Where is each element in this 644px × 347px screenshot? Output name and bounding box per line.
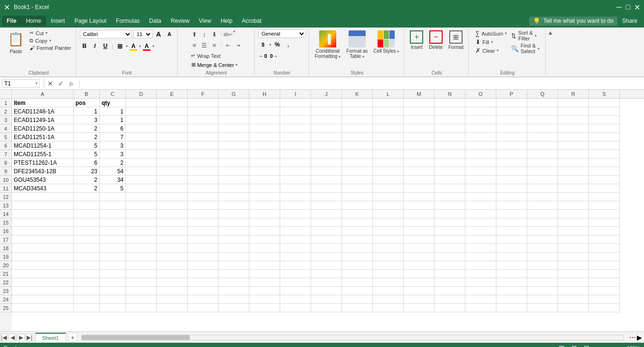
autosum-button[interactable]: ∑ AutoSum ▾ (474, 29, 509, 38)
cell-E21[interactable] (157, 270, 188, 278)
cell-H4[interactable] (249, 124, 280, 133)
cell-Q1[interactable] (527, 99, 558, 107)
cell-C18[interactable] (100, 244, 126, 253)
cell-Q24[interactable] (527, 295, 558, 304)
cell-F13[interactable] (188, 201, 218, 210)
cell-R8[interactable] (558, 159, 589, 167)
cell-I11[interactable] (280, 184, 311, 193)
row-header-2[interactable]: 2 (0, 107, 12, 116)
cell-R10[interactable] (558, 176, 589, 184)
cell-D3[interactable] (126, 116, 157, 124)
find-dropdown[interactable]: ▾ (538, 47, 540, 51)
cell-J11[interactable] (311, 184, 342, 193)
cell-P10[interactable] (496, 176, 527, 184)
cell-J23[interactable] (311, 287, 342, 295)
cell-S15[interactable] (589, 218, 620, 227)
cell-S18[interactable] (589, 244, 620, 253)
cell-G4[interactable] (218, 124, 249, 133)
cell-K19[interactable] (342, 253, 373, 261)
cell-M8[interactable] (404, 159, 435, 167)
cell-B9[interactable]: 23 (74, 167, 100, 176)
col-header-O[interactable]: O (465, 90, 496, 98)
cell-A9[interactable]: DFE234543-12B (12, 167, 74, 176)
row-header-14[interactable]: 14 (0, 210, 12, 218)
cell-R20[interactable] (558, 261, 589, 270)
cell-N6[interactable] (435, 141, 465, 150)
cell-L14[interactable] (373, 210, 404, 218)
col-header-I[interactable]: I (280, 90, 311, 98)
cell-A3[interactable]: ECAD11249-1A (12, 116, 74, 124)
cell-Q5[interactable] (527, 133, 558, 141)
cell-N25[interactable] (435, 304, 465, 312)
cell-I13[interactable] (280, 201, 311, 210)
cell-H1[interactable] (249, 99, 280, 107)
cell-P13[interactable] (496, 201, 527, 210)
cell-H5[interactable] (249, 133, 280, 141)
col-header-E[interactable]: E (157, 90, 188, 98)
cell-K6[interactable] (342, 141, 373, 150)
sheet-tab-sheet1[interactable]: Sheet1 (35, 333, 66, 342)
row-header-11[interactable]: 11 (0, 184, 12, 193)
cell-P15[interactable] (496, 218, 527, 227)
menu-acrobat[interactable]: Acrobat (237, 16, 266, 26)
cell-N23[interactable] (435, 287, 465, 295)
cell-O24[interactable] (465, 295, 496, 304)
share-button[interactable]: Share (617, 17, 642, 25)
row-header-8[interactable]: 8 (0, 159, 12, 167)
cell-I16[interactable] (280, 227, 311, 235)
cell-O21[interactable] (465, 270, 496, 278)
cell-B4[interactable]: 2 (74, 124, 100, 133)
cell-E19[interactable] (157, 253, 188, 261)
cell-F23[interactable] (188, 287, 218, 295)
cell-E5[interactable] (157, 133, 188, 141)
cancel-formula-btn[interactable]: ✕ (46, 80, 55, 87)
sheet-prev-btn[interactable]: ◀ (9, 334, 16, 341)
cell-C12[interactable] (100, 193, 126, 201)
find-select-button[interactable]: 🔍 Find &Select ▾ (510, 42, 541, 55)
cell-C21[interactable] (100, 270, 126, 278)
cell-S20[interactable] (589, 261, 620, 270)
cell-P7[interactable] (496, 150, 527, 159)
cell-K2[interactable] (342, 107, 373, 116)
cell-S24[interactable] (589, 295, 620, 304)
row-header-6[interactable]: 6 (0, 141, 12, 150)
menu-insert[interactable]: Insert (46, 16, 70, 26)
cell-M16[interactable] (404, 227, 435, 235)
format-button[interactable]: ⊞ Format (446, 29, 465, 51)
cell-I22[interactable] (280, 278, 311, 287)
cell-E9[interactable] (157, 167, 188, 176)
cell-A17[interactable] (12, 235, 74, 244)
cell-S11[interactable] (589, 184, 620, 193)
cell-H25[interactable] (249, 304, 280, 312)
cell-P11[interactable] (496, 184, 527, 193)
cell-B12[interactable] (74, 193, 100, 201)
cell-G11[interactable] (218, 184, 249, 193)
cell-Q16[interactable] (527, 227, 558, 235)
cell-R2[interactable] (558, 107, 589, 116)
cell-Q18[interactable] (527, 244, 558, 253)
cell-J14[interactable] (311, 210, 342, 218)
menu-formulas[interactable]: Formulas (111, 16, 144, 26)
cell-O5[interactable] (465, 133, 496, 141)
cell-ref-dropdown[interactable]: ▾ (36, 81, 38, 85)
cell-D18[interactable] (126, 244, 157, 253)
cell-Q3[interactable] (527, 116, 558, 124)
cell-L1[interactable] (373, 99, 404, 107)
cell-D15[interactable] (126, 218, 157, 227)
cell-H24[interactable] (249, 295, 280, 304)
cell-P4[interactable] (496, 124, 527, 133)
cell-C3[interactable]: 1 (100, 116, 126, 124)
row-header-22[interactable]: 22 (0, 278, 12, 287)
cell-M6[interactable] (404, 141, 435, 150)
cell-S8[interactable] (589, 159, 620, 167)
row-header-15[interactable]: 15 (0, 218, 12, 227)
row-header-17[interactable]: 17 (0, 235, 12, 244)
cell-B21[interactable] (74, 270, 100, 278)
cell-B7[interactable]: 5 (74, 150, 100, 159)
cell-A6[interactable]: MCAD11254-1 (12, 141, 74, 150)
cell-J1[interactable] (311, 99, 342, 107)
cell-Q17[interactable] (527, 235, 558, 244)
cell-R16[interactable] (558, 227, 589, 235)
cell-M7[interactable] (404, 150, 435, 159)
cell-J10[interactable] (311, 176, 342, 184)
